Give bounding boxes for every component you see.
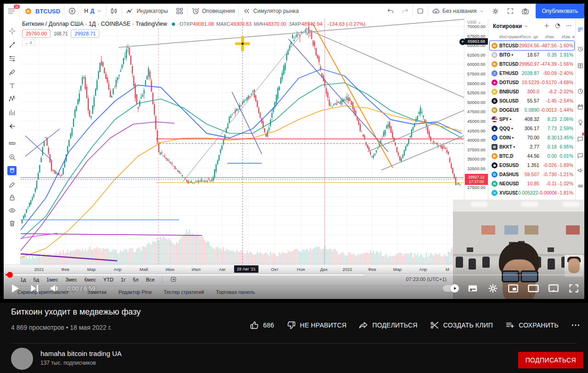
streams-icon[interactable] [576,181,584,190]
column-header[interactable]: Инструмен [499,34,521,39]
watchlist-row[interactable]: ÐDOGEUSD0.0890-0.0013-1.44% [489,105,575,115]
interval-day[interactable]: Д [90,8,95,14]
cloud-save-menu[interactable]: Без названия [428,4,488,18]
watchlist-row[interactable]: BBTCUSD29950.97-474.39-1.56% [489,59,575,69]
eye-icon[interactable] [7,206,17,215]
video-player[interactable]: 11 B BTCUSD Н Д [0,0,588,303]
watchlist-row[interactable]: SPY •408.328.232.06% [489,114,575,124]
forecast-icon[interactable] [7,108,17,117]
indicators-collapse-toggle[interactable]: ⌄ 4 [22,40,35,46]
interval-hour[interactable]: Н [84,8,88,14]
dislike-button[interactable]: НЕ НРАВИТСЯ [286,320,347,330]
cast-button[interactable] [546,281,561,296]
xabcd-icon[interactable] [7,94,17,103]
lock-icon[interactable] [7,193,17,202]
watchlist-row[interactable]: CCOIN •70.008.3013.45% [489,132,575,143]
crosshair-tool-icon[interactable] [7,26,17,35]
menu-button[interactable]: 11 [4,4,19,18]
subscribe-button[interactable]: ПОДПИСАТЬСЯ [518,352,583,368]
fib-lines-icon[interactable] [7,54,17,63]
theater-button[interactable] [526,281,541,296]
alerts-button[interactable]: Оповещения [188,4,239,18]
series-title[interactable]: Биткоин / Доллар США · 1Д · COINBASE · T… [22,21,167,27]
clip-button[interactable]: СОЗДАТЬ КЛИП [430,320,493,330]
watchlist-row[interactable]: BBITO •18.670.351.91% [489,50,575,60]
watchlist-row[interactable]: NNEOUSD10.85-0.11-1.02% [489,178,575,189]
miniplayer-button[interactable] [505,281,521,296]
chat-icon[interactable] [576,151,584,160]
fullscreen-button[interactable] [566,281,582,296]
watchlist-row[interactable]: BBKKT •2.770.186.95% [489,142,575,152]
publish-button[interactable]: Опубликовать [536,4,584,18]
replay-button[interactable]: Симулятор рынка [239,4,302,18]
watchlist-row[interactable]: ●DOTUSD10.5229-0.5170-4.68% [489,77,575,87]
text-tool-icon[interactable] [7,81,17,90]
save-button[interactable]: СОХРАНИТЬ [505,320,559,330]
arrow-tool-icon[interactable] [7,121,17,131]
symbol-cell: NEOUSD [499,181,519,186]
watchlist-row[interactable]: DDASHUSD59.507-0.730-1.21% [489,169,575,179]
buy-price-chip[interactable]: 29928.71 [71,29,99,38]
indicator-templates-button[interactable] [172,4,187,18]
watchlist-row[interactable]: ΞETHUSD2038.87-50.09-2.40% [489,68,575,78]
magnet-icon[interactable] [7,166,17,175]
watchlist-row[interactable]: BBNBUSD300.0-6.2-2.02% [489,86,575,97]
change-cell: -0.11 [539,181,557,186]
scrubber-handle[interactable] [7,272,13,278]
more-actions-button[interactable] [571,320,581,330]
column-header[interactable]: Посл. це [520,34,538,39]
share-button[interactable]: ПОДЕЛИТЬСЯ [358,320,417,330]
chart-settings-button[interactable] [488,4,503,18]
subtitles-button[interactable] [465,281,481,296]
watchlist-row[interactable]: ◆EOSUSD1.351-0.026-1.89% [489,160,575,170]
trend-line-icon[interactable] [7,40,17,49]
sell-price-chip[interactable]: 29760.00 [22,29,51,38]
indicators-button[interactable]: Индикаторы [122,4,171,18]
channel-name[interactable]: hamaha bitcoin trading UA [40,350,122,357]
zoom-in-icon[interactable] [7,152,17,161]
next-button[interactable] [27,281,42,296]
compare-button[interactable] [64,4,80,18]
watchlist-row[interactable]: ▲QQQ •306.177.732.59% [489,123,575,133]
chart-style-button[interactable] [106,4,122,18]
column-header[interactable]: Изм. [545,34,554,39]
layout-button[interactable] [413,4,428,18]
progress-bar[interactable] [6,274,582,275]
pie-chart-icon[interactable] [554,23,561,29]
like-button[interactable]: 686 [249,320,274,330]
fullscreen-button[interactable] [503,4,518,18]
add-symbol-icon[interactable] [543,23,550,29]
settings-button[interactable] [485,281,501,296]
chart-legend[interactable]: Биткоин / Доллар США · 1Д · COINBASE · T… [22,21,368,27]
column-header[interactable]: Изм. в [562,34,575,39]
calendar-icon[interactable] [576,102,584,111]
watchlist-row[interactable]: SSOLUSD55.57-1.45-2.54% [489,96,575,106]
snapshot-button[interactable] [518,4,533,18]
watchlist-title[interactable]: Котировки [493,23,528,29]
ruler-icon[interactable] [7,138,17,148]
chart-area[interactable] [20,18,464,264]
watchlist-row[interactable]: BBTCUSD29924.56-487.56-1.60% [489,40,575,51]
bulb-icon[interactable] [576,118,584,127]
interval-selector[interactable]: Н Д [80,4,106,18]
autoplay-toggle[interactable] [443,285,458,292]
play-button[interactable] [6,281,22,296]
watchlist-icon[interactable] [576,25,584,34]
price-chart[interactable] [20,18,464,264]
trash-icon[interactable] [7,218,17,228]
more-options-icon[interactable] [565,23,572,29]
watchlist-row[interactable]: BBTC.D44.560.000.01% [489,151,575,161]
chat-icon[interactable]: 2 [576,134,584,143]
alarm-icon[interactable] [576,44,584,53]
speaker-icon[interactable] [576,166,584,175]
brush-icon[interactable] [7,68,17,77]
news-icon[interactable] [576,61,584,70]
redo-button[interactable] [398,4,413,18]
symbol-button[interactable]: B BTCUSD [20,4,64,18]
donut-icon[interactable] [576,86,584,96]
draw-lock-icon[interactable] [7,180,17,189]
watchlist-row[interactable]: VXVGUSD0.005322-0.00006-1.81% [489,188,575,198]
channel-avatar[interactable] [11,348,33,370]
mute-button[interactable] [47,281,62,296]
undo-button[interactable] [383,4,398,18]
